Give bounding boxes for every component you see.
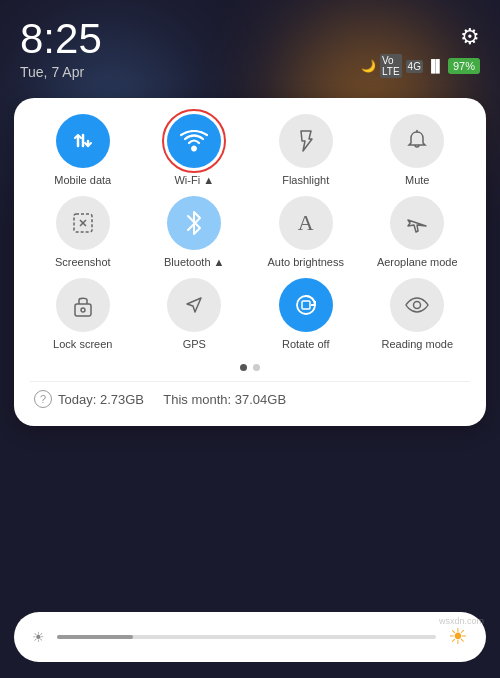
svg-point-9 [414, 302, 421, 309]
status-bar: 8:25 Tue, 7 Apr ⚙ 🌙 VoLTE 4G ▐▌ 97% [0, 0, 500, 88]
help-icon: ? [34, 390, 52, 408]
gear-icon[interactable]: ⚙ [460, 24, 480, 50]
mute-label: Mute [405, 174, 429, 186]
auto-brightness-circle: A [279, 196, 333, 250]
lock-screen-label: Lock screen [53, 338, 112, 350]
aeroplane-label: Aeroplane mode [377, 256, 458, 268]
watermark: wsxdn.com [439, 616, 484, 626]
svg-rect-5 [75, 304, 91, 316]
brightness-bar: ☀ ☀ [14, 612, 486, 662]
reading-mode-circle [390, 278, 444, 332]
brightness-fill [57, 635, 133, 639]
scissors-icon [71, 211, 95, 235]
signal-bars: ▐▌ [427, 59, 444, 73]
toggle-wifi[interactable]: Wi-Fi ▲ [142, 114, 248, 186]
mobile-data-circle [56, 114, 110, 168]
toggle-mute[interactable]: Mute [365, 114, 471, 186]
bluetooth-label: Bluetooth ▲ [164, 256, 224, 268]
wifi-label: Wi-Fi ▲ [174, 174, 214, 186]
screenshot-circle [56, 196, 110, 250]
status-icons: 🌙 VoLTE 4G ▐▌ 97% [361, 54, 480, 78]
toggle-gps[interactable]: GPS [142, 278, 248, 350]
mobile-data-label: Mobile data [54, 174, 111, 186]
usage-separator [150, 392, 157, 407]
mobile-data-icon [70, 128, 96, 154]
date: Tue, 7 Apr [20, 64, 102, 80]
4g-badge: 4G [406, 60, 423, 73]
toggle-rotate-off[interactable]: Rotate off [253, 278, 359, 350]
gps-label: GPS [183, 338, 206, 350]
month-usage: This month: 37.04GB [163, 392, 286, 407]
flashlight-icon [294, 129, 318, 153]
bell-icon [405, 129, 429, 153]
quick-settings-panel: Mobile data Wi-Fi ▲ Flashlight [14, 98, 486, 426]
svg-point-6 [81, 308, 85, 312]
gps-icon [183, 294, 205, 316]
lock-icon [72, 293, 94, 317]
today-usage: Today: 2.73GB [58, 392, 144, 407]
toggle-auto-brightness[interactable]: A Auto brightness [253, 196, 359, 268]
plane-icon [405, 211, 429, 235]
toggle-lock-screen[interactable]: Lock screen [30, 278, 136, 350]
bluetooth-circle [167, 196, 221, 250]
rotate-icon [293, 292, 319, 318]
eye-icon [404, 295, 430, 315]
pagination [30, 364, 470, 371]
lock-screen-circle [56, 278, 110, 332]
reading-mode-label: Reading mode [381, 338, 453, 350]
flashlight-label: Flashlight [282, 174, 329, 186]
toggle-reading-mode[interactable]: Reading mode [365, 278, 471, 350]
volte-badge: VoLTE [380, 54, 402, 78]
battery-indicator: 97% [448, 58, 480, 74]
rotate-off-label: Rotate off [282, 338, 330, 350]
toggle-bluetooth[interactable]: Bluetooth ▲ [142, 196, 248, 268]
dot-2[interactable] [253, 364, 260, 371]
data-usage-row: ? Today: 2.73GB This month: 37.04GB [30, 381, 470, 410]
status-right: ⚙ 🌙 VoLTE 4G ▐▌ 97% [361, 18, 480, 78]
wifi-circle [167, 114, 221, 168]
bluetooth-icon [184, 210, 204, 236]
toggles-grid: Mobile data Wi-Fi ▲ Flashlight [30, 114, 470, 350]
brightness-track[interactable] [57, 635, 436, 639]
toggle-mobile-data[interactable]: Mobile data [30, 114, 136, 186]
rotate-off-circle [279, 278, 333, 332]
auto-brightness-label: Auto brightness [268, 256, 344, 268]
flashlight-circle [279, 114, 333, 168]
brightness-high-icon: ☀ [448, 624, 468, 650]
screenshot-label: Screenshot [55, 256, 111, 268]
brightness-low-icon: ☀ [32, 629, 45, 645]
auto-brightness-icon: A [298, 210, 314, 236]
clock: 8:25 [20, 18, 102, 60]
wifi-icon [180, 130, 208, 152]
svg-rect-8 [302, 301, 310, 309]
status-left: 8:25 Tue, 7 Apr [20, 18, 102, 80]
aeroplane-circle [390, 196, 444, 250]
toggle-flashlight[interactable]: Flashlight [253, 114, 359, 186]
mute-circle [390, 114, 444, 168]
toggle-aeroplane[interactable]: Aeroplane mode [365, 196, 471, 268]
svg-marker-0 [301, 131, 312, 151]
toggle-screenshot[interactable]: Screenshot [30, 196, 136, 268]
moon-icon: 🌙 [361, 59, 376, 73]
dot-1[interactable] [240, 364, 247, 371]
gps-circle [167, 278, 221, 332]
